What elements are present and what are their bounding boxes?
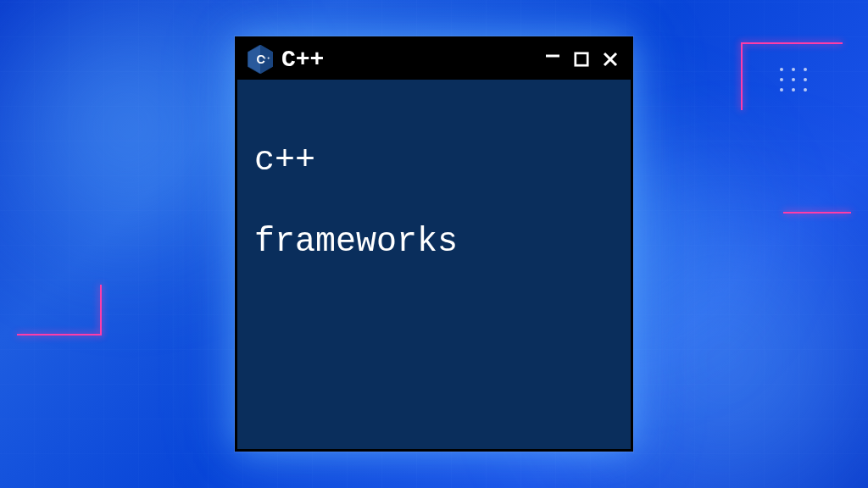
close-button[interactable] xyxy=(600,49,620,69)
terminal-line: frameworks xyxy=(254,223,458,261)
circuit-decoration xyxy=(100,285,102,336)
minimize-button[interactable] xyxy=(542,46,563,66)
window-title: C++ xyxy=(281,47,534,73)
terminal-body[interactable]: c++ frameworks xyxy=(237,80,631,449)
window-controls xyxy=(542,49,620,69)
title-bar[interactable]: C + + C++ xyxy=(237,39,631,80)
maximize-button[interactable] xyxy=(571,49,592,69)
svg-text:+: + xyxy=(267,55,270,60)
circuit-decoration xyxy=(741,42,843,44)
circuit-decoration xyxy=(17,334,102,336)
circuit-decoration xyxy=(741,42,743,110)
circuit-decoration xyxy=(783,212,851,214)
terminal-content: c++ frameworks xyxy=(254,100,614,263)
terminal-line: c++ xyxy=(254,141,315,180)
svg-text:+: + xyxy=(264,55,266,60)
svg-rect-6 xyxy=(576,53,587,65)
dots-decoration xyxy=(780,68,809,92)
terminal-window: C + + C++ xyxy=(235,36,633,452)
cpp-app-icon: C + + xyxy=(248,45,273,74)
